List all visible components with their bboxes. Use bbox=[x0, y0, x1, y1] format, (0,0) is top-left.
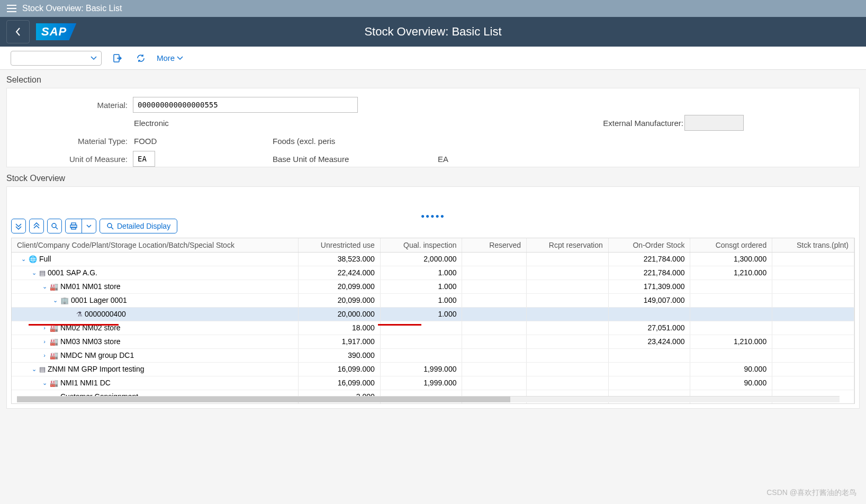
column-header[interactable]: Client/Company Code/Plant/Storage Locati… bbox=[12, 238, 299, 252]
exit-icon[interactable] bbox=[110, 51, 125, 66]
svg-line-10 bbox=[111, 227, 113, 229]
hamburger-menu-icon[interactable] bbox=[4, 1, 19, 16]
page-title: Stock Overview: Basic List bbox=[364, 25, 501, 39]
chevron-down-icon[interactable]: ⌄ bbox=[31, 269, 37, 276]
table-row[interactable]: ⌄🏭NM01 NM01 store20,099.0001.000171,309.… bbox=[12, 280, 854, 293]
more-button[interactable]: More bbox=[157, 53, 183, 62]
material-input[interactable] bbox=[133, 97, 358, 113]
toolbar-dropdown[interactable] bbox=[11, 51, 102, 66]
stock-section-title: Stock Overview bbox=[6, 174, 860, 183]
print-button[interactable] bbox=[65, 219, 96, 233]
sap-logo: SAP bbox=[36, 23, 76, 40]
horizontal-scrollbar[interactable] bbox=[17, 396, 840, 402]
column-header[interactable]: Qual. inspection bbox=[380, 238, 462, 252]
selection-section-title: Selection bbox=[6, 75, 860, 85]
table-row[interactable]: ⌄🌐Full38,523.0002,000.000221,784.0001,30… bbox=[12, 252, 854, 266]
chevron-right-icon[interactable]: › bbox=[41, 352, 48, 358]
cell: 16,099.000 bbox=[299, 362, 381, 376]
chevron-down-icon[interactable]: ⌄ bbox=[31, 366, 37, 373]
column-header[interactable]: Reserved bbox=[462, 238, 527, 252]
cell bbox=[690, 321, 772, 335]
detailed-display-button[interactable]: Detailed Display bbox=[100, 219, 177, 233]
cell bbox=[608, 348, 690, 362]
app-header: SAP Stock Overview: Basic List bbox=[0, 17, 866, 47]
row-label: NMDC NM group DC1 bbox=[60, 351, 134, 359]
column-header[interactable]: Unrestricted use bbox=[299, 238, 381, 252]
uom-description: Base Unit of Measure bbox=[273, 155, 349, 164]
cell: 1,999.000 bbox=[380, 362, 462, 376]
cell bbox=[527, 362, 609, 376]
column-header[interactable]: On-Order Stock bbox=[608, 238, 690, 252]
chevron-down-icon[interactable]: ⌄ bbox=[41, 380, 48, 386]
cell bbox=[380, 348, 462, 362]
splitter-handle-icon[interactable]: ●●●●● bbox=[421, 212, 445, 220]
cell bbox=[772, 252, 854, 266]
uom-input[interactable] bbox=[133, 151, 155, 167]
table-row[interactable]: ›🏭NM03 NM03 store1,917.00023,424.0001,21… bbox=[12, 335, 854, 348]
cell bbox=[608, 362, 690, 376]
table-row[interactable]: ⌄🏢0001 Lager 000120,099.0001.000149,007.… bbox=[12, 293, 854, 307]
cell bbox=[462, 266, 527, 280]
ext-manufacturer-input[interactable] bbox=[684, 115, 744, 131]
chevron-down-icon[interactable]: ⌄ bbox=[41, 283, 48, 290]
scrollbar-thumb[interactable] bbox=[17, 397, 510, 402]
cell bbox=[772, 362, 854, 376]
row-label: 0001 SAP A.G. bbox=[48, 268, 97, 277]
cell bbox=[527, 266, 609, 280]
cell: 1.000 bbox=[380, 307, 462, 321]
uom-label: Unit of Measure: bbox=[19, 155, 133, 164]
print-dropdown-icon[interactable] bbox=[82, 219, 96, 233]
collapse-all-button[interactable] bbox=[29, 219, 44, 233]
cell bbox=[772, 376, 854, 390]
cell bbox=[527, 280, 609, 293]
watermark: CSDN @喜欢打酱油的老鸟 bbox=[766, 488, 856, 498]
row-label: 0001 Lager 0001 bbox=[71, 296, 127, 304]
cell: 38,523.000 bbox=[299, 252, 381, 266]
grid-toolbar: Detailed Display bbox=[11, 219, 177, 233]
row-label: 0000000400 bbox=[85, 310, 126, 318]
cell bbox=[772, 307, 854, 321]
chevron-right-icon[interactable]: › bbox=[41, 338, 48, 345]
cell: 1,300.000 bbox=[690, 252, 772, 266]
table-row[interactable]: ›🏭NMDC NM group DC1390.000 bbox=[12, 348, 854, 362]
cell bbox=[380, 335, 462, 348]
row-label: ZNMI NM GRP Import testing bbox=[48, 365, 145, 373]
cell bbox=[772, 348, 854, 362]
cell bbox=[772, 266, 854, 280]
window-titlebar: Stock Overview: Basic List bbox=[0, 0, 866, 17]
cell bbox=[462, 376, 527, 390]
cell bbox=[527, 252, 609, 266]
svg-line-5 bbox=[56, 227, 58, 229]
chevron-down-icon[interactable]: ⌄ bbox=[20, 256, 26, 263]
cell bbox=[380, 321, 462, 335]
table-row[interactable]: ⌄🏭NMI1 NMI1 DC16,099.0001,999.00090.000 bbox=[12, 376, 854, 390]
cell bbox=[772, 280, 854, 293]
stock-panel: ●●●●● Detailed Display Client/Company Co… bbox=[6, 186, 860, 409]
column-header[interactable]: Consgt ordered bbox=[690, 238, 772, 252]
table-row[interactable]: ⌄▤ZNMI NM GRP Import testing16,099.0001,… bbox=[12, 362, 854, 376]
plant-icon: 🏭 bbox=[50, 283, 58, 291]
find-button[interactable] bbox=[47, 219, 62, 233]
column-header[interactable]: Rcpt reservation bbox=[527, 238, 609, 252]
cell bbox=[462, 335, 527, 348]
cell: 221,784.000 bbox=[608, 252, 690, 266]
cell bbox=[462, 362, 527, 376]
table-row[interactable]: ⌄▤0001 SAP A.G.22,424.0001.000221,784.00… bbox=[12, 266, 854, 280]
stock-table: Client/Company Code/Plant/Storage Locati… bbox=[12, 238, 854, 404]
cell: 221,784.000 bbox=[608, 266, 690, 280]
stock-grid[interactable]: Client/Company Code/Plant/Storage Locati… bbox=[11, 238, 855, 404]
refresh-icon[interactable] bbox=[133, 51, 148, 66]
column-header[interactable]: Stck trans.(plnt) bbox=[772, 238, 854, 252]
cell bbox=[772, 335, 854, 348]
chevron-down-icon[interactable]: ⌄ bbox=[52, 297, 58, 304]
back-button[interactable] bbox=[6, 20, 30, 43]
cell bbox=[527, 307, 609, 321]
expand-all-button[interactable] bbox=[11, 219, 26, 233]
table-row[interactable]: ⚗000000040020,000.0001.000 bbox=[12, 307, 854, 321]
ext-manufacturer-label: External Manufacturer: bbox=[603, 119, 683, 128]
cell: 90.000 bbox=[690, 376, 772, 390]
table-row[interactable]: ›🏭NM02 NM02 store18.00027,051.000 bbox=[12, 321, 854, 335]
cell: 1,210.000 bbox=[690, 266, 772, 280]
cell: 22,424.000 bbox=[299, 266, 381, 280]
plant-icon: 🏭 bbox=[50, 352, 58, 359]
